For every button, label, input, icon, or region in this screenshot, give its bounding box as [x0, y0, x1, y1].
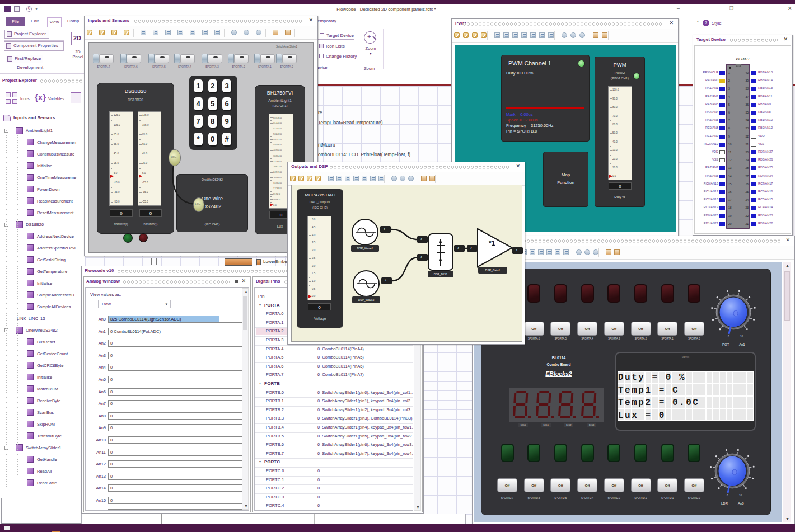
- svg-text:*1: *1: [489, 239, 495, 247]
